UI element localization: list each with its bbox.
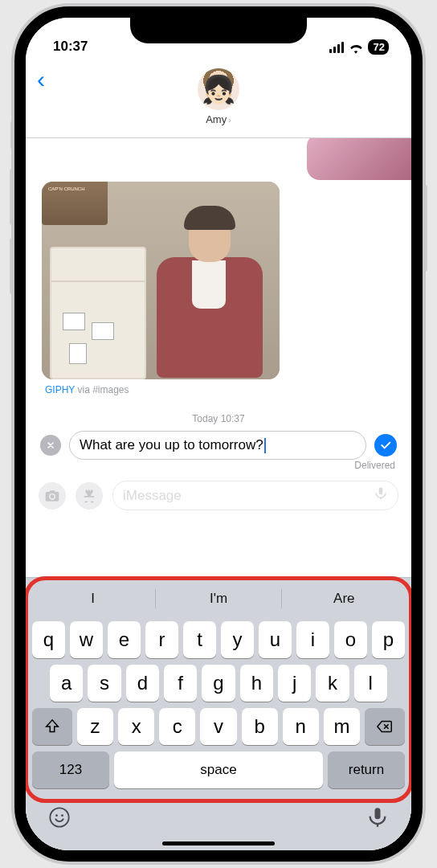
message-edit-row: What are you up to tomorrow?: [40, 431, 397, 460]
key-row-2: a s d f g h j k l: [31, 665, 406, 702]
key-l[interactable]: l: [354, 665, 387, 702]
return-key[interactable]: return: [328, 751, 405, 788]
key-v[interactable]: v: [200, 708, 236, 745]
key-y[interactable]: y: [221, 621, 254, 658]
key-m[interactable]: m: [324, 708, 360, 745]
emoji-icon: [48, 806, 71, 829]
sent-image-message[interactable]: [307, 138, 411, 180]
key-t[interactable]: t: [183, 621, 216, 658]
dictation-key[interactable]: [366, 806, 389, 832]
cancel-edit-button[interactable]: [40, 435, 61, 456]
screen: 10:37 72 ‹ 👧🏻 Amy › CAP'N CRUNCH: [26, 18, 411, 850]
shift-key[interactable]: [32, 708, 72, 745]
dictation-button[interactable]: [374, 486, 388, 505]
back-icon[interactable]: ‹: [37, 66, 45, 93]
conversation-thread[interactable]: CAP'N CRUNCH GIPHY via #images Today 10:…: [26, 138, 411, 577]
key-u[interactable]: u: [259, 621, 292, 658]
received-gif-message[interactable]: CAP'N CRUNCH: [42, 182, 280, 379]
key-o[interactable]: o: [334, 621, 367, 658]
key-d[interactable]: d: [126, 665, 159, 702]
keyboard: I I'm Are q w e r t y u i o p a s d f: [26, 577, 411, 850]
message-edit-input[interactable]: What are you up to tomorrow?: [69, 431, 366, 460]
phone-frame: 10:37 72 ‹ 👧🏻 Amy › CAP'N CRUNCH: [14, 6, 423, 862]
key-w[interactable]: w: [70, 621, 103, 658]
gif-via-label: via #images: [75, 384, 129, 395]
app-store-icon: [81, 488, 97, 504]
gif-scene: CAP'N CRUNCH: [42, 182, 280, 379]
svg-point-1: [55, 814, 58, 817]
home-indicator[interactable]: [162, 841, 275, 845]
notch: [130, 16, 307, 43]
key-q[interactable]: q: [32, 621, 65, 658]
key-j[interactable]: j: [278, 665, 311, 702]
key-r[interactable]: r: [145, 621, 178, 658]
key-k[interactable]: k: [316, 665, 349, 702]
keyboard-toolbar: [31, 795, 406, 838]
gif-attribution[interactable]: GIPHY via #images: [45, 384, 129, 395]
status-indicators: 72: [329, 39, 389, 55]
power-button[interactable]: [422, 185, 427, 272]
gif-person: [142, 203, 275, 379]
status-time: 10:37: [53, 39, 88, 55]
cellular-icon: [329, 42, 344, 53]
chevron-right-icon: ›: [228, 115, 231, 125]
compose-bar: iMessage: [39, 481, 398, 510]
suggestion-1[interactable]: I: [31, 583, 155, 615]
key-c[interactable]: c: [159, 708, 195, 745]
gif-fridge: [50, 247, 146, 379]
key-g[interactable]: g: [202, 665, 235, 702]
key-n[interactable]: n: [283, 708, 319, 745]
key-p[interactable]: p: [372, 621, 405, 658]
svg-point-2: [61, 814, 63, 817]
key-e[interactable]: e: [108, 621, 141, 658]
svg-point-0: [50, 808, 68, 826]
gif-cabinet: CAP'N CRUNCH: [42, 182, 108, 225]
contact-avatar[interactable]: 👧🏻: [198, 68, 239, 110]
emoji-button[interactable]: [48, 806, 71, 832]
key-b[interactable]: b: [242, 708, 278, 745]
suggestion-2[interactable]: I'm: [155, 589, 280, 608]
key-f[interactable]: f: [164, 665, 197, 702]
key-h[interactable]: h: [240, 665, 273, 702]
delete-icon: [376, 718, 394, 735]
battery-indicator: 72: [368, 39, 389, 55]
delete-key[interactable]: [365, 708, 405, 745]
app-store-button[interactable]: [76, 482, 103, 510]
wifi-icon: [349, 42, 363, 53]
space-key[interactable]: space: [114, 751, 323, 788]
suggestion-3[interactable]: Are: [281, 589, 406, 608]
close-icon: [46, 440, 55, 450]
key-x[interactable]: x: [118, 708, 154, 745]
key-row-1: q w e r t y u i o p: [31, 621, 406, 658]
message-edit-text: What are you up to tomorrow?: [80, 437, 263, 453]
text-caret: [264, 438, 266, 453]
key-row-4: 123 space return: [31, 751, 406, 795]
key-i[interactable]: i: [296, 621, 329, 658]
numbers-key[interactable]: 123: [32, 751, 109, 788]
key-s[interactable]: s: [88, 665, 120, 702]
contact-name[interactable]: Amy ›: [206, 113, 231, 125]
microphone-icon: [366, 806, 389, 829]
gif-source-label: GIPHY: [45, 384, 75, 395]
camera-icon: [44, 488, 60, 504]
key-a[interactable]: a: [50, 665, 83, 702]
compose-placeholder: iMessage: [123, 488, 182, 504]
key-z[interactable]: z: [77, 708, 113, 745]
compose-input[interactable]: iMessage: [112, 481, 398, 510]
contact-name-label: Amy: [206, 113, 227, 125]
shift-icon: [43, 718, 61, 735]
delivered-label: Delivered: [354, 460, 395, 471]
microphone-icon: [374, 486, 388, 501]
suggestion-bar: I I'm Are: [31, 583, 406, 615]
confirm-edit-button[interactable]: [374, 434, 397, 457]
key-row-3: z x c v b n m: [31, 708, 406, 745]
conversation-header: ‹ 👧🏻 Amy ›: [26, 56, 411, 138]
checkmark-icon: [379, 439, 392, 452]
timestamp-label: Today 10:37: [26, 413, 411, 424]
camera-button[interactable]: [39, 482, 66, 510]
